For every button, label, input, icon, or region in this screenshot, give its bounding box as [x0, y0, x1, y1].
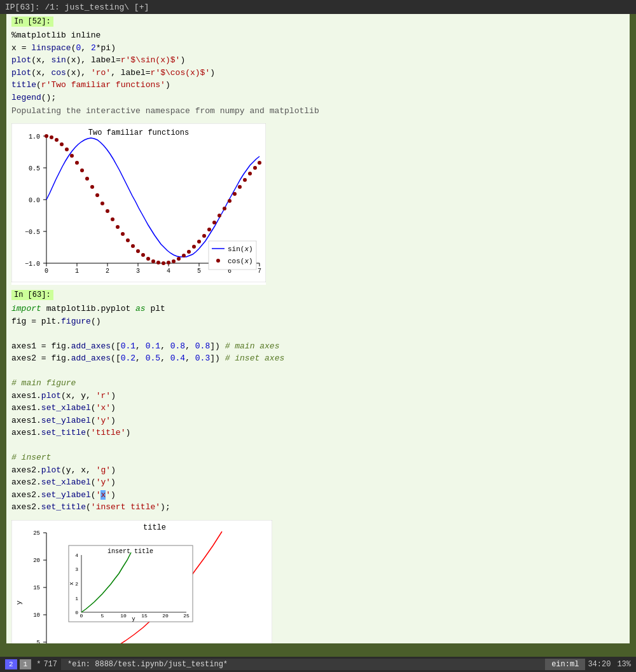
svg-point-51 — [156, 261, 160, 264]
code-line — [11, 439, 625, 452]
svg-point-47 — [136, 249, 140, 253]
chart-2-svg: title y x 0 5 10 15 20 25 — [11, 520, 272, 644]
svg-point-37 — [85, 177, 89, 181]
status-bar: 2 1 * 717 *ein: 8888/test.ipynb/just_tes… — [0, 657, 636, 672]
svg-point-63 — [218, 214, 221, 217]
code-line: %matplotlib inline — [11, 29, 625, 42]
title-text: IP[63]: /1: just_testing\ [+] — [5, 3, 149, 12]
svg-point-61 — [207, 228, 211, 231]
svg-text:1.0: 1.0 — [29, 134, 40, 141]
svg-point-74 — [216, 259, 220, 263]
svg-rect-102 — [69, 545, 193, 622]
title-bar: IP[63]: /1: just_testing\ [+] — [0, 0, 636, 14]
svg-point-44 — [121, 232, 125, 236]
code-line — [11, 365, 625, 378]
code-line: axes1.plot(x, y, 'r') — [11, 390, 625, 402]
legend-sin: sin(x) — [228, 245, 253, 253]
svg-point-71 — [258, 161, 261, 165]
status-linecount: 717 — [43, 660, 57, 669]
svg-text:2: 2 — [75, 581, 78, 587]
svg-text:5: 5 — [37, 640, 40, 644]
code-line: axes2.set_title('insert title'); — [11, 501, 625, 514]
svg-point-50 — [151, 259, 155, 263]
svg-text:3: 3 — [136, 268, 140, 275]
legend-cos: cos(x) — [228, 257, 253, 265]
code-line: x = linspace(0, 2*pi) — [11, 42, 625, 55]
code-line: # main figure — [11, 377, 625, 390]
svg-text:4: 4 — [167, 268, 170, 275]
svg-text:15: 15 — [141, 613, 148, 619]
chart-2-title: title — [143, 523, 166, 532]
code-line — [11, 327, 625, 340]
chart-2: title y x 0 5 10 15 20 25 — [11, 520, 272, 644]
svg-text:0: 0 — [45, 268, 48, 275]
code-line: axes2.set_xlabel('y') — [11, 476, 625, 489]
svg-point-42 — [111, 217, 114, 221]
svg-point-60 — [202, 234, 206, 238]
svg-text:1: 1 — [75, 596, 78, 601]
code-line: # insert — [11, 451, 625, 464]
svg-text:0: 0 — [75, 610, 78, 615]
code-line: plot(x, sin(x), label=r'$\sin(x)$') — [11, 54, 625, 67]
svg-point-39 — [95, 193, 99, 197]
svg-point-69 — [248, 172, 252, 175]
code-line: axes2 = fig.add_axes([0.2, 0.5, 0.4, 0.3… — [11, 352, 625, 365]
cell-63-label[interactable]: In [63]: — [11, 290, 53, 300]
svg-text:−0.5: −0.5 — [25, 229, 40, 236]
svg-point-32 — [60, 142, 64, 146]
svg-point-56 — [182, 254, 186, 257]
code-line: axes2.set_ylabel('x') — [11, 489, 625, 502]
svg-text:25: 25 — [33, 530, 40, 537]
code-line: fig = plt.figure() — [11, 315, 625, 328]
status-percent: 13% — [617, 660, 631, 669]
svg-point-45 — [126, 238, 130, 242]
chart-2-ylabel: y — [15, 600, 23, 605]
svg-text:4: 4 — [75, 552, 78, 558]
notebook: In [52]: %matplotlib inline x = linspace… — [6, 14, 630, 643]
svg-point-65 — [228, 199, 232, 203]
cell-52-code[interactable]: %matplotlib inline x = linspace(0, 2*pi)… — [11, 28, 625, 105]
svg-point-35 — [75, 161, 79, 165]
svg-point-49 — [146, 257, 150, 261]
svg-point-40 — [100, 202, 104, 205]
svg-text:7: 7 — [258, 268, 261, 275]
svg-point-54 — [172, 259, 176, 263]
svg-point-30 — [50, 135, 53, 139]
svg-point-33 — [65, 147, 69, 151]
svg-text:2: 2 — [106, 268, 109, 275]
status-cell-2[interactable]: 1 — [20, 659, 32, 669]
cell-52-output: Populating the interactive namespace fro… — [11, 105, 625, 118]
cell-52: In [52]: %matplotlib inline x = linspace… — [6, 14, 630, 121]
cell-52-label[interactable]: In [52]: — [11, 17, 53, 27]
svg-point-64 — [223, 207, 226, 210]
code-line: axes1.set_title('title') — [11, 427, 625, 439]
svg-text:5: 5 — [101, 613, 104, 619]
status-mode: ein:ml — [545, 659, 585, 670]
code-line: axes1.set_ylabel('y') — [11, 415, 625, 427]
status-cell-1[interactable]: 2 — [5, 659, 17, 669]
chart-1-svg: Two familiar functions 0.0 0.5 1.0 −0.5 … — [11, 123, 266, 282]
cell-63-code[interactable]: import matplotlib.pyplot as plt fig = pl… — [11, 301, 625, 515]
svg-point-38 — [90, 185, 94, 189]
svg-point-59 — [197, 240, 201, 243]
svg-point-58 — [192, 245, 196, 249]
svg-point-55 — [177, 257, 181, 261]
chart-2-inset-xlabel: y — [132, 616, 135, 622]
svg-text:25: 25 — [183, 613, 190, 619]
chart-1: Two familiar functions 0.0 0.5 1.0 −0.5 … — [11, 123, 266, 285]
chart-2-inset-ylabel: x — [69, 582, 75, 585]
svg-point-57 — [187, 250, 191, 254]
code-line: title(r'Two familiar functions') — [11, 79, 625, 92]
status-position: 34:20 — [588, 660, 611, 669]
svg-point-52 — [162, 261, 165, 265]
svg-point-67 — [238, 185, 242, 189]
svg-text:0.0: 0.0 — [29, 197, 40, 204]
chart-1-title: Two familiar functions — [88, 128, 189, 137]
svg-point-46 — [131, 244, 135, 248]
svg-text:10: 10 — [120, 613, 127, 619]
status-modified: * — [36, 660, 41, 669]
status-filename: *ein: 8888/test.ipynb/just_testing* — [61, 659, 545, 670]
svg-text:−1.0: −1.0 — [25, 261, 40, 268]
svg-point-36 — [80, 168, 84, 172]
svg-point-68 — [243, 178, 247, 182]
